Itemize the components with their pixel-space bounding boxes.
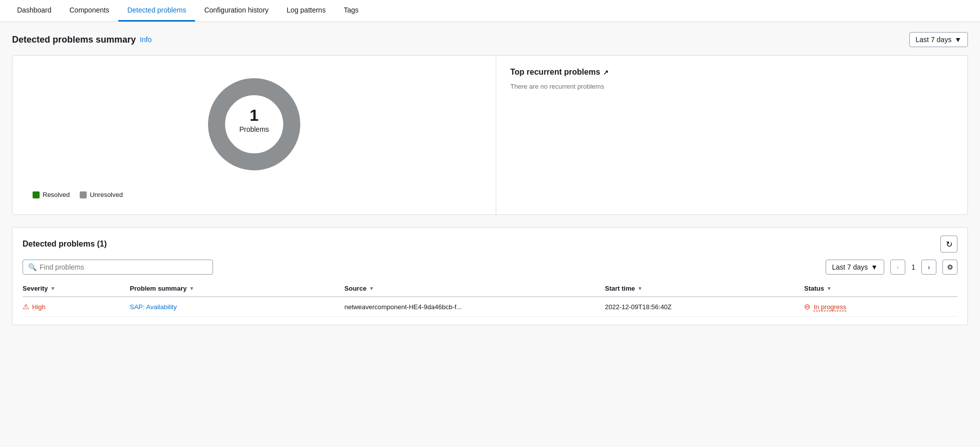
severity-col-label: Severity (23, 285, 48, 292)
info-link[interactable]: Info (140, 36, 151, 44)
tab-configuration-history[interactable]: Configuration history (195, 0, 277, 22)
resolved-dot (33, 191, 40, 198)
summary-title: Detected problems summary Info (12, 35, 151, 45)
chart-legend: Resolved Unresolved (33, 191, 123, 198)
col-header-severity: Severity ▼ (23, 281, 130, 297)
tab-components[interactable]: Components (61, 0, 118, 22)
sort-icon-source[interactable]: ▼ (369, 286, 374, 291)
prev-page-button[interactable]: ‹ (890, 260, 905, 275)
tab-detected-problems[interactable]: Detected problems (118, 0, 195, 22)
severity-cell: ⚠ High (23, 297, 130, 317)
summary-time-range-label: Last 7 days (916, 36, 952, 44)
start-time-cell: 2022-12-09T18:56:40Z (605, 297, 804, 317)
external-link-icon[interactable]: ↗ (603, 69, 609, 76)
summary-section-header: Detected problems summary Info Last 7 da… (12, 32, 968, 47)
problems-title-text: Detected problems (1) (23, 240, 107, 248)
source-value: netweavercomponent-HE4-9da46bcb-f... (344, 303, 462, 311)
tab-tags[interactable]: Tags (335, 0, 368, 22)
sort-icon-severity[interactable]: ▼ (51, 286, 56, 291)
donut-chart: 1 Problems (202, 72, 307, 177)
problems-header: Detected problems (1) ↻ (23, 236, 957, 253)
status-col-label: Status (804, 285, 824, 292)
recurrent-area: Top recurrent problems ↗ There are no re… (496, 56, 967, 214)
unresolved-label: Unresolved (90, 191, 123, 198)
tabs-bar: Dashboard Components Detected problems C… (0, 0, 980, 22)
refresh-icon: ↻ (946, 240, 952, 249)
tab-log-patterns[interactable]: Log patterns (278, 0, 335, 22)
legend-resolved: Resolved (33, 191, 70, 198)
problems-section: Detected problems (1) ↻ 🔍 Last 7 days ▼ … (12, 227, 968, 325)
severity-value: High (32, 303, 46, 311)
resolved-label: Resolved (43, 191, 70, 198)
recurrent-title-text: Top recurrent problems (510, 68, 600, 77)
problems-table: Severity ▼ Problem summary ▼ Source (23, 281, 957, 317)
sort-icon-summary[interactable]: ▼ (189, 286, 194, 291)
search-icon: 🔍 (28, 263, 37, 271)
chevron-down-icon-problems: ▼ (871, 263, 878, 271)
table-row: ⚠ High SAP: Availability netweavercompon… (23, 297, 957, 317)
svg-text:Problems: Problems (239, 125, 269, 133)
start-time-value: 2022-12-09T18:56:40Z (605, 303, 672, 311)
in-progress-icon: ⊖ (804, 302, 811, 311)
page-number: 1 (907, 261, 919, 273)
problem-summary-link[interactable]: SAP: Availability (130, 303, 177, 311)
summary-time-range-dropdown[interactable]: Last 7 days ▼ (909, 32, 968, 47)
summary-col-label: Problem summary (130, 285, 186, 292)
source-cell: netweavercomponent-HE4-9da46bcb-f... (344, 297, 605, 317)
table-settings-button[interactable]: ⚙ (942, 260, 957, 275)
warning-icon: ⚠ (23, 302, 29, 311)
sort-icon-status[interactable]: ▼ (827, 286, 832, 291)
tab-dashboard[interactable]: Dashboard (8, 0, 61, 22)
main-content: Detected problems summary Info Last 7 da… (0, 22, 980, 335)
col-header-start-time: Start time ▼ (605, 281, 804, 297)
col-header-source: Source ▼ (344, 281, 605, 297)
donut-container: 1 Problems (33, 72, 476, 177)
pagination-controls: ‹ 1 › (890, 260, 936, 275)
col-header-summary: Problem summary ▼ (130, 281, 344, 297)
svg-point-0 (217, 87, 292, 162)
no-recurrent-message: There are no recurrent problems (510, 83, 953, 90)
summary-panel: 1 Problems Resolved Unresolved Top recur… (12, 55, 968, 215)
source-col-label: Source (344, 285, 366, 292)
refresh-button[interactable]: ↻ (940, 236, 957, 253)
problems-section-title: Detected problems (1) (23, 240, 107, 249)
legend-unresolved: Unresolved (80, 191, 123, 198)
svg-text:1: 1 (250, 106, 259, 124)
status-value: In progress (814, 303, 846, 311)
search-input[interactable] (40, 263, 208, 271)
summary-title-text: Detected problems summary (12, 35, 136, 45)
chart-area: 1 Problems Resolved Unresolved (13, 56, 496, 214)
recurrent-title: Top recurrent problems ↗ (510, 68, 953, 77)
filter-row: 🔍 Last 7 days ▼ ‹ 1 › ⚙ (23, 260, 957, 275)
chevron-down-icon: ▼ (954, 36, 961, 44)
unresolved-dot (80, 191, 87, 198)
problem-summary-cell: SAP: Availability (130, 297, 344, 317)
table-header-row: Severity ▼ Problem summary ▼ Source (23, 281, 957, 297)
start-time-col-label: Start time (605, 285, 635, 292)
sort-icon-start-time[interactable]: ▼ (638, 286, 643, 291)
status-cell: ⊖ In progress (804, 297, 957, 317)
settings-icon: ⚙ (947, 263, 953, 271)
next-page-button[interactable]: › (921, 260, 936, 275)
problems-time-range-dropdown[interactable]: Last 7 days ▼ (826, 260, 884, 275)
search-box: 🔍 (23, 260, 213, 275)
col-header-status: Status ▼ (804, 281, 957, 297)
problems-time-range-label: Last 7 days (832, 263, 868, 271)
